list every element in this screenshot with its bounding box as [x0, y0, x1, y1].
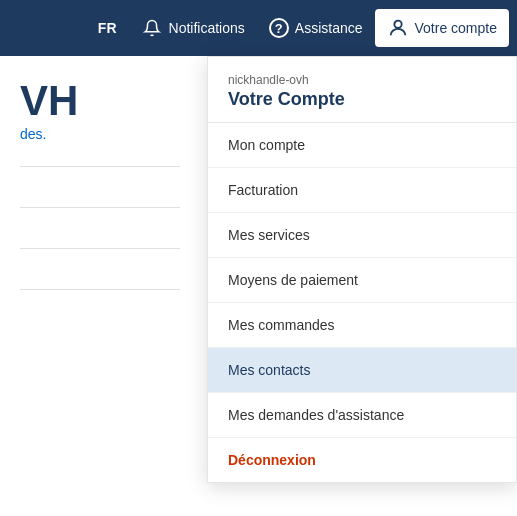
sidebar-sub: des.: [20, 126, 180, 142]
menu-item-moyens-paiement[interactable]: Moyens de paiement: [208, 258, 516, 303]
question-icon: ?: [269, 18, 289, 38]
person-icon: [387, 17, 409, 39]
assistance-label: Assistance: [295, 20, 363, 36]
menu-item-mon-compte[interactable]: Mon compte: [208, 123, 516, 168]
dropdown-username: nickhandle-ovh: [228, 73, 496, 87]
svg-point-0: [394, 21, 401, 28]
main-area: VH des. nickhandle-ovh Votre Compte Mon …: [0, 56, 517, 516]
notifications-button[interactable]: Notifications: [129, 9, 257, 47]
divider-3: [20, 248, 180, 249]
menu-item-mes-contacts[interactable]: Mes contacts: [208, 348, 516, 393]
divider-1: [20, 166, 180, 167]
account-button[interactable]: Votre compte: [375, 9, 510, 47]
lang-selector[interactable]: FR: [86, 12, 129, 44]
menu-item-logout[interactable]: Déconnexion: [208, 438, 516, 482]
menu-item-mes-services[interactable]: Mes services: [208, 213, 516, 258]
bell-icon: [141, 17, 163, 39]
menu-item-mes-commandes[interactable]: Mes commandes: [208, 303, 516, 348]
divider-2: [20, 207, 180, 208]
dropdown-header: nickhandle-ovh Votre Compte: [208, 57, 516, 123]
sidebar: VH des.: [0, 56, 200, 516]
account-dropdown: nickhandle-ovh Votre Compte Mon compte F…: [207, 56, 517, 483]
account-label: Votre compte: [415, 20, 498, 36]
menu-item-mes-demandes[interactable]: Mes demandes d'assistance: [208, 393, 516, 438]
dropdown-title: Votre Compte: [228, 89, 496, 110]
menu-item-facturation[interactable]: Facturation: [208, 168, 516, 213]
notifications-label: Notifications: [169, 20, 245, 36]
assistance-button[interactable]: ? Assistance: [257, 10, 375, 46]
lang-label: FR: [98, 20, 117, 36]
navbar: FR Notifications ? Assistance Votre comp…: [0, 0, 517, 56]
sidebar-logo: VH: [20, 80, 180, 122]
divider-4: [20, 289, 180, 290]
